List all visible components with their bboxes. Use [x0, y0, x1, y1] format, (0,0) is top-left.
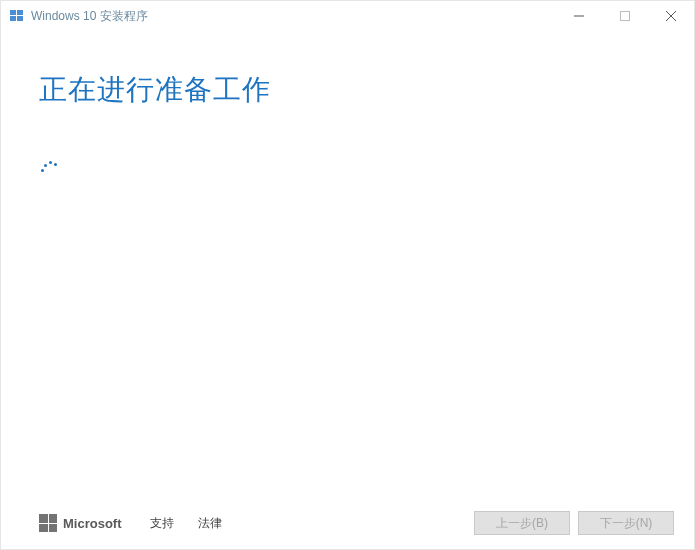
support-link[interactable]: 支持: [150, 515, 174, 532]
legal-link[interactable]: 法律: [198, 515, 222, 532]
app-icon: [9, 8, 25, 24]
navigation-buttons: 上一步(B) 下一步(N): [474, 511, 674, 535]
window-title: Windows 10 安装程序: [31, 8, 148, 25]
page-heading: 正在进行准备工作: [39, 71, 656, 109]
microsoft-logo-text: Microsoft: [63, 516, 122, 531]
svg-rect-3: [17, 16, 23, 21]
main-content: 正在进行准备工作: [1, 31, 694, 181]
microsoft-logo: Microsoft: [39, 514, 122, 532]
footer: Microsoft 支持 法律 上一步(B) 下一步(N): [1, 511, 694, 535]
close-button[interactable]: [648, 1, 694, 31]
window-controls: [556, 1, 694, 31]
titlebar: Windows 10 安装程序: [1, 1, 694, 31]
svg-rect-1: [17, 10, 23, 15]
microsoft-logo-icon: [39, 514, 57, 532]
minimize-button[interactable]: [556, 1, 602, 31]
loading-spinner-icon: [39, 159, 61, 181]
footer-links: 支持 法律: [150, 515, 222, 532]
maximize-button[interactable]: [602, 1, 648, 31]
svg-rect-2: [10, 16, 16, 21]
svg-rect-0: [10, 10, 16, 15]
back-button[interactable]: 上一步(B): [474, 511, 570, 535]
next-button[interactable]: 下一步(N): [578, 511, 674, 535]
svg-rect-5: [621, 12, 630, 21]
